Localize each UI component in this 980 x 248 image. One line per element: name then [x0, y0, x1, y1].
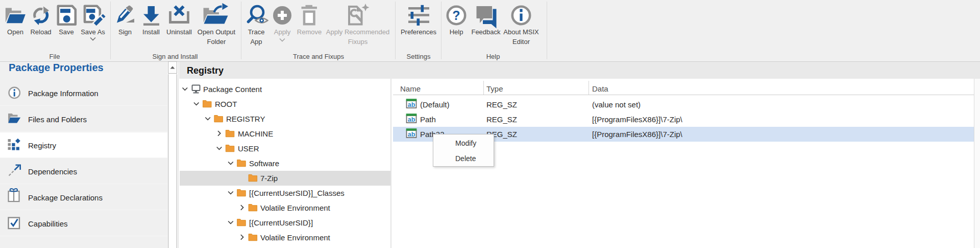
- svg-text:ab: ab: [408, 101, 415, 108]
- svg-text:ab: ab: [408, 116, 415, 123]
